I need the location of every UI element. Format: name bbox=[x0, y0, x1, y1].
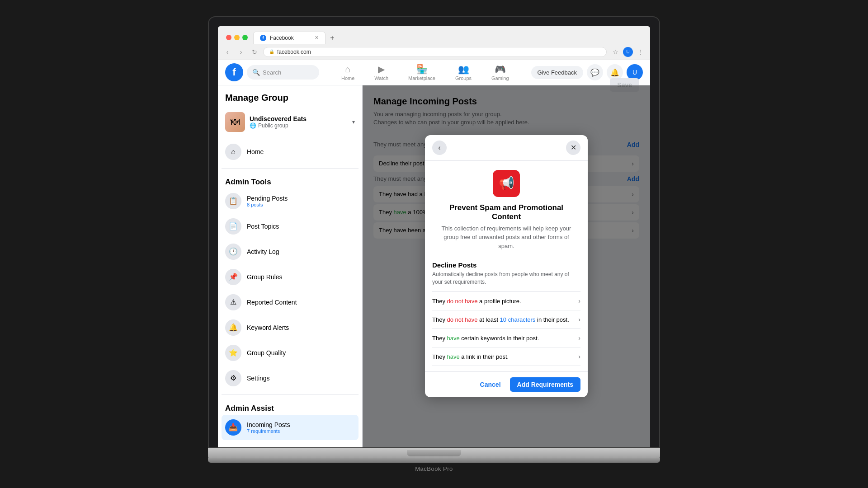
forward-button[interactable]: › bbox=[236, 47, 246, 57]
tab-favicon: f bbox=[260, 35, 266, 41]
ssl-lock-icon: 🔒 bbox=[269, 49, 274, 54]
sidebar-item-incoming-posts[interactable]: 📥 Incoming Posts 7 requirements bbox=[222, 415, 359, 440]
keyword-alerts-icon: 🔔 bbox=[225, 319, 241, 336]
cancel-button[interactable]: Cancel bbox=[475, 377, 506, 392]
nav-gaming[interactable]: 🎮 Gaming bbox=[482, 62, 518, 83]
browser-user-avatar[interactable]: U bbox=[623, 47, 633, 57]
modal-body: Decline Posts Automatically decline post… bbox=[425, 256, 588, 371]
nav-watch-label: Watch bbox=[374, 75, 388, 81]
group-avatar: 🍽 bbox=[225, 112, 245, 132]
decline-posts-description: Automatically decline posts from people … bbox=[432, 271, 580, 286]
reported-content-icon: ⚠ bbox=[225, 294, 241, 310]
traffic-light-green[interactable] bbox=[242, 35, 248, 40]
modal-req-link[interactable]: They have a link in their post. › bbox=[432, 347, 580, 366]
give-feedback-button[interactable]: Give Feedback bbox=[531, 66, 583, 79]
reload-button[interactable]: ↻ bbox=[250, 47, 259, 57]
sidebar-item-home[interactable]: ⌂ Home bbox=[222, 139, 359, 164]
url-text: facebook.com bbox=[277, 49, 311, 55]
tab-title: Facebook bbox=[270, 35, 294, 41]
settings-icon: ⚙ bbox=[225, 370, 241, 386]
group-selector[interactable]: 🍽 Undiscovered Eats 🌐 Public group ▾ bbox=[222, 108, 359, 136]
search-bar[interactable]: 🔍 Search bbox=[247, 65, 319, 80]
group-rules-icon: 📌 bbox=[225, 269, 241, 285]
home-icon: ⌂ bbox=[225, 144, 241, 160]
chevron-icon: › bbox=[578, 353, 580, 360]
modal-icon-area: 📢 Prevent Spam and Promotional Content T… bbox=[425, 161, 588, 256]
gaming-icon: 🎮 bbox=[495, 64, 506, 75]
watch-icon: ▶ bbox=[378, 64, 385, 75]
nav-home-label: Home bbox=[341, 75, 354, 81]
modal-close-button[interactable]: ✕ bbox=[566, 141, 580, 155]
sidebar-item-settings[interactable]: ⚙ Settings bbox=[222, 366, 359, 391]
manage-group-sidebar: Manage Group 🍽 Undiscovered Eats 🌐 Publi… bbox=[218, 85, 363, 447]
sidebar-item-activity-log[interactable]: 🕐 Activity Log bbox=[222, 239, 359, 264]
modal-overlay[interactable]: ‹ ✕ 📢 Prevent Spam and Promotional Conte… bbox=[363, 85, 650, 447]
groups-icon: 👥 bbox=[458, 64, 469, 75]
nav-marketplace-label: Marketplace bbox=[408, 75, 435, 81]
search-placeholder: Search bbox=[263, 69, 281, 76]
nav-groups[interactable]: 👥 Groups bbox=[446, 62, 481, 83]
spam-prevention-modal: ‹ ✕ 📢 Prevent Spam and Promotional Conte… bbox=[425, 135, 588, 397]
chevron-icon: › bbox=[578, 334, 580, 342]
modal-megaphone-icon: 📢 bbox=[493, 170, 520, 197]
tab-close-button[interactable]: ✕ bbox=[315, 35, 319, 41]
admin-assist-section-title: Admin Assist bbox=[222, 399, 359, 415]
search-icon: 🔍 bbox=[252, 69, 260, 76]
address-bar[interactable]: 🔒 facebook.com bbox=[263, 47, 607, 57]
decline-posts-title: Decline Posts bbox=[432, 261, 580, 269]
sidebar-item-group-rules[interactable]: 📌 Group Rules bbox=[222, 264, 359, 290]
facebook-logo: f bbox=[225, 63, 243, 81]
post-topics-icon: 📄 bbox=[225, 218, 241, 235]
messenger-icon-button[interactable]: 💬 bbox=[587, 64, 603, 80]
pending-posts-icon: 📋 bbox=[225, 193, 241, 209]
nav-gaming-label: Gaming bbox=[491, 75, 509, 81]
sidebar-item-pending-posts[interactable]: 📋 Pending Posts 8 posts bbox=[222, 188, 359, 214]
nav-watch[interactable]: ▶ Watch bbox=[365, 62, 397, 83]
home-icon: ⌂ bbox=[345, 64, 351, 75]
sidebar-item-reported-content[interactable]: ⚠ Reported Content bbox=[222, 290, 359, 315]
sidebar-item-keyword-alerts[interactable]: 🔔 Keyword Alerts bbox=[222, 315, 359, 340]
back-button[interactable]: ‹ bbox=[222, 47, 232, 57]
browser-tab-facebook[interactable]: f Facebook ✕ bbox=[253, 32, 326, 44]
modal-req-no-profile-pic[interactable]: They do not have a profile picture. › bbox=[432, 291, 580, 310]
nav-home[interactable]: ⌂ Home bbox=[332, 62, 363, 83]
incoming-posts-icon: 📥 bbox=[225, 419, 241, 436]
marketplace-icon: 🏪 bbox=[416, 64, 428, 75]
group-type: 🌐 Public group bbox=[250, 122, 348, 129]
activity-log-icon: 🕐 bbox=[225, 244, 241, 260]
group-dropdown-arrow[interactable]: ▾ bbox=[352, 119, 355, 125]
modal-back-button[interactable]: ‹ bbox=[432, 141, 447, 155]
new-tab-button[interactable]: + bbox=[326, 32, 338, 44]
chevron-icon: › bbox=[578, 297, 580, 305]
admin-tools-section-title: Admin Tools bbox=[222, 172, 359, 188]
nav-groups-label: Groups bbox=[455, 75, 472, 81]
group-quality-icon: ⭐ bbox=[225, 345, 241, 361]
modal-footer: Cancel Add Requirements bbox=[425, 371, 588, 397]
nav-marketplace[interactable]: 🏪 Marketplace bbox=[399, 62, 444, 83]
add-requirements-button[interactable]: Add Requirements bbox=[510, 377, 580, 392]
modal-req-keywords[interactable]: They have certain keywords in their post… bbox=[432, 328, 580, 347]
sidebar-item-post-topics[interactable]: 📄 Post Topics bbox=[222, 214, 359, 239]
traffic-light-red[interactable] bbox=[226, 35, 231, 40]
main-content-panel: Manage Incoming Posts You are managing i… bbox=[363, 85, 650, 447]
modal-req-min-characters[interactable]: They do not have at least 10 characters … bbox=[432, 310, 580, 328]
group-name: Undiscovered Eats bbox=[250, 115, 348, 122]
bookmark-icon[interactable]: ☆ bbox=[610, 47, 620, 57]
chevron-icon: › bbox=[578, 316, 580, 323]
modal-description: This collection of requirements will hel… bbox=[436, 224, 577, 251]
modal-title: Prevent Spam and Promotional Content bbox=[436, 203, 577, 221]
sidebar-item-group-quality[interactable]: ⭐ Group Quality bbox=[222, 340, 359, 366]
traffic-light-yellow[interactable] bbox=[234, 35, 240, 40]
sidebar-title: Manage Group bbox=[222, 93, 359, 108]
modal-header: ‹ ✕ bbox=[425, 135, 588, 161]
browser-menu-icon[interactable]: ⋮ bbox=[636, 47, 646, 57]
